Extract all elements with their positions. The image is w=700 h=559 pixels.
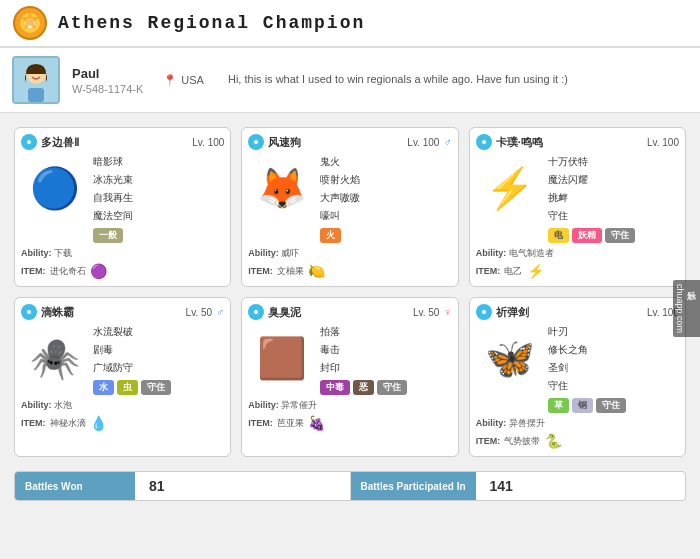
move-item: 水流裂破 [93,324,224,340]
svg-point-16 [27,310,32,315]
type-badge: 电 [548,228,569,243]
types-row: 中毒恶守住 [320,380,451,395]
status-badge: 守住 [605,228,635,243]
header: Athens Regional Champion [0,0,700,48]
type-badge: 中毒 [320,380,350,395]
svg-point-12 [254,140,259,145]
name-area: 风速狗 [248,134,301,150]
name-area: 卡璞·鸣鸣 [476,134,543,150]
svg-point-20 [481,310,486,315]
item-icon: ⚡ [526,262,544,280]
move-item: 自我再生 [93,190,224,206]
stat-label: Battles Participated In [351,472,476,500]
pokemon-grid: 多边兽Ⅱ Lv. 100 🔵 暗影球冰冻光束自我再生魔法空间 一般 Abilit… [0,113,700,467]
stat-cell: Battles Won 81 [15,472,350,500]
pokeball-icon [248,304,264,320]
type-badge: 一般 [93,228,123,243]
item-row: ITEM: 进化奇石 🟣 [21,262,224,280]
pokeball-icon [21,304,37,320]
pokemon-sprite: 🦊 [248,154,316,222]
pokemon-sprite: 🟫 [248,324,316,392]
name-area: 滴蛛霸 [21,304,74,320]
pokemon-name: 卡璞·鸣鸣 [496,135,543,150]
move-item: 喷射火焰 [320,172,451,188]
pokemon-level: Lv. 100 [647,137,679,148]
card-header: 滴蛛霸 Lv. 50 ♂ [21,304,224,320]
card-body: 🦊 鬼火喷射火焰大声嗷嗷嚎叫 火 [248,154,451,243]
ability-row: Ability: 威吓 [248,247,451,260]
pokemon-name: 风速狗 [268,135,301,150]
profile-name: Paul [72,66,143,81]
ability-row: Ability: 异兽摆升 [476,417,679,430]
pokemon-card: 多边兽Ⅱ Lv. 100 🔵 暗影球冰冻光束自我再生魔法空间 一般 Abilit… [14,127,231,287]
pokemon-sprite: 🕷️ [21,324,89,392]
item-row: ITEM: 神秘水滴 💧 [21,414,224,432]
stat-value: 141 [476,472,527,500]
profile-bar: Paul W-548-1174-K 📍 USA Hi, this is what… [0,48,700,113]
move-item: 鬼火 [320,154,451,170]
types-row: 电妖精守住 [548,228,679,243]
type-badge: 水 [93,380,114,395]
pokeball-icon [476,134,492,150]
stat-label: Battles Won [15,472,135,500]
item-icon: 💧 [90,414,108,432]
pokemon-name: 多边兽Ⅱ [41,135,79,150]
pokemon-name: 滴蛛霸 [41,305,74,320]
pokemon-card: 祈弹剑 Lv. 100 🦋 叶刃修长之角圣剑守住 草钢守住 Ability: 异… [469,297,686,457]
pokemon-level: Lv. 50 [413,307,440,318]
moves-list: 拍落毒击封印 中毒恶守住 [320,324,451,395]
pokeball-icon [21,134,37,150]
profile-id: W-548-1174-K [72,83,143,95]
item-icon: 🍋 [308,262,326,280]
moves-list: 叶刃修长之角圣剑守住 草钢守住 [548,324,679,413]
pokeball-icon [248,134,264,150]
card-header: 卡璞·鸣鸣 Lv. 100 [476,134,679,150]
pokemon-level: Lv. 100 [407,137,439,148]
type-badge: 草 [548,398,569,413]
pokemon-name: 臭臭泥 [268,305,301,320]
pokeball-icon [476,304,492,320]
types-row: 一般 [93,228,224,243]
pokemon-card: 滴蛛霸 Lv. 50 ♂ 🕷️ 水流裂破剧毒广域防守 水虫守住 Ability:… [14,297,231,457]
svg-point-10 [27,140,32,145]
stats-bar: Battles Won 81 Battles Participated In 1… [14,471,686,501]
stat-cell: Battles Participated In 141 [351,472,686,500]
stat-value: 81 [135,472,179,500]
moves-list: 鬼火喷射火焰大声嗷嗷嚎叫 火 [320,154,451,243]
pokemon-card: 卡璞·鸣鸣 Lv. 100 ⚡ 十万伏特魔法闪耀挑衅守住 电妖精守住 Abili… [469,127,686,287]
profile-country: 📍 USA [163,74,204,87]
type-badge: 恶 [353,380,374,395]
status-badge: 守住 [377,380,407,395]
ability-row: Ability: 异常催升 [248,399,451,412]
name-area: 臭臭泥 [248,304,301,320]
ability-row: Ability: 水泡 [21,399,224,412]
card-body: 🦋 叶刃修长之角圣剑守住 草钢守住 [476,324,679,413]
name-area: 祈弹剑 [476,304,529,320]
status-badge: 守住 [596,398,626,413]
move-item: 十万伏特 [548,154,679,170]
item-icon: 🟣 [90,262,108,280]
watermark: 触乐chuapp.com [673,280,700,337]
pokemon-sprite: ⚡ [476,154,544,222]
status-badge: 守住 [141,380,171,395]
move-item: 暗影球 [93,154,224,170]
move-item: 剧毒 [93,342,224,358]
country-label: USA [181,74,204,86]
card-header: 臭臭泥 Lv. 50 ♀ [248,304,451,320]
item-icon: 🐍 [544,432,562,450]
card-header: 祈弹剑 Lv. 100 [476,304,679,320]
item-row: ITEM: 文柚果 🍋 [248,262,451,280]
move-item: 修长之角 [548,342,679,358]
pokemon-name: 祈弹剑 [496,305,529,320]
move-item: 魔法空间 [93,208,224,224]
logo-icon [12,5,48,41]
pokemon-level: Lv. 100 [192,137,224,148]
gender-icon: ♂ [443,136,451,148]
pokemon-sprite: 🦋 [476,324,544,392]
svg-rect-8 [28,88,44,102]
types-row: 水虫守住 [93,380,224,395]
location-icon: 📍 [163,74,177,87]
move-item: 冰冻光束 [93,172,224,188]
pokemon-sprite: 🔵 [21,154,89,222]
card-body: 🟫 拍落毒击封印 中毒恶守住 [248,324,451,395]
